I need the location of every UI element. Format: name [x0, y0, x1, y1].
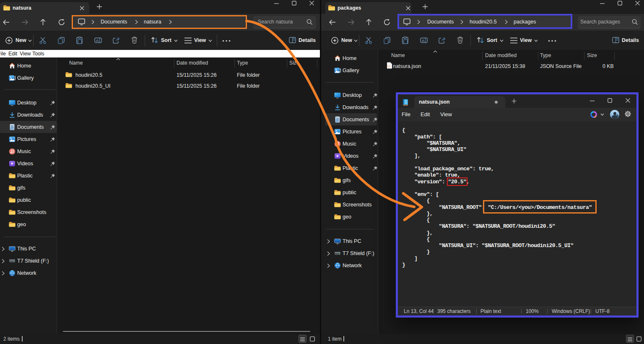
svg-text:A: A	[96, 39, 99, 43]
svg-text:A: A	[422, 39, 424, 43]
